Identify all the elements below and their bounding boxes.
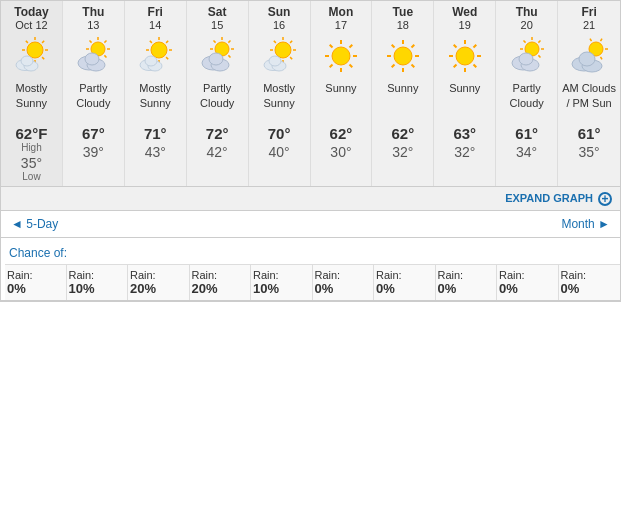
rain-label-6: Rain:	[376, 269, 433, 281]
svg-line-32	[166, 41, 168, 43]
condition-0: Mostly Sunny	[3, 81, 60, 117]
rain-value-4: 10%	[253, 281, 310, 296]
rain-value-8: 0%	[499, 281, 556, 296]
svg-line-86	[473, 45, 476, 48]
day-col-3: Sat 15 Partly Cloudy 72° 42°	[187, 1, 249, 186]
day-name-9: Fri	[560, 5, 618, 19]
weather-icon-4	[258, 35, 300, 77]
svg-line-73	[392, 65, 395, 68]
chance-label: Chance of:	[5, 242, 620, 264]
high-temp-8: 61°	[498, 125, 555, 142]
weather-icon-3	[196, 35, 238, 77]
day-name-3: Sat	[189, 5, 246, 19]
day-date-4: 16	[251, 19, 308, 31]
condition-7: Sunny	[436, 81, 493, 117]
rain-value-2: 20%	[130, 281, 187, 296]
rain-label-1: Rain:	[69, 269, 126, 281]
day-col-5: Mon 17 Sunny 62° 30°	[311, 1, 373, 186]
day-name-8: Thu	[498, 5, 555, 19]
high-temp-6: 62°	[374, 125, 431, 142]
high-temp-3: 72°	[189, 125, 246, 142]
rain-value-5: 0%	[315, 281, 372, 296]
chance-grid: Rain: 0% Rain: 10% Rain: 20% Rain: 20% R…	[5, 264, 620, 300]
svg-line-42	[214, 41, 216, 43]
svg-line-56	[290, 41, 292, 43]
chance-col-7: Rain: 0%	[436, 264, 498, 300]
svg-line-84	[453, 45, 456, 48]
svg-line-101	[601, 57, 603, 60]
low-temp-7: 32°	[436, 144, 493, 160]
low-label-0: Low	[3, 171, 60, 182]
svg-line-103	[590, 39, 592, 42]
svg-line-38	[229, 56, 231, 58]
condition-4: Mostly Sunny	[251, 81, 308, 117]
chance-col-4: Rain: 10%	[251, 264, 313, 300]
day-name-4: Sun	[251, 5, 308, 19]
nav-bar: ◄ 5-Day Month ►	[1, 211, 620, 238]
svg-line-18	[90, 41, 92, 43]
svg-line-93	[523, 41, 525, 43]
low-temp-8: 34°	[498, 144, 555, 160]
day-name-2: Fri	[127, 5, 184, 19]
expand-graph-label: EXPAND GRAPH	[505, 192, 593, 204]
rain-value-1: 10%	[69, 281, 126, 296]
condition-9: AM Clouds / PM Sun	[560, 81, 618, 117]
high-temp-5: 62°	[313, 125, 370, 142]
chance-col-6: Rain: 0%	[374, 264, 436, 300]
day-col-6: Tue 18 Sunny 62° 32°	[372, 1, 434, 186]
forecast-grid: Today Oct 12 Mostly Sunny 62°F High 35° …	[1, 1, 620, 187]
chance-section: Chance of: Rain: 0% Rain: 10% Rain: 20% …	[1, 238, 620, 301]
svg-point-107	[579, 52, 595, 66]
chance-col-8: Rain: 0%	[497, 264, 559, 300]
svg-point-0	[27, 42, 43, 58]
svg-line-95	[538, 41, 540, 43]
day-date-0: Oct 12	[3, 19, 60, 31]
day-date-8: 20	[498, 19, 555, 31]
rain-value-6: 0%	[376, 281, 433, 296]
low-temp-3: 42°	[189, 144, 246, 160]
svg-line-30	[150, 41, 152, 43]
svg-line-2	[43, 57, 45, 59]
rain-value-3: 20%	[192, 281, 249, 296]
high-temp-9: 61°	[560, 125, 618, 142]
day-date-9: 21	[560, 19, 618, 31]
day-col-8: Thu 20 Partly Cloudy 61° 34°	[496, 1, 558, 186]
nav-5day-button[interactable]: ◄ 5-Day	[11, 217, 58, 231]
day-col-2: Fri 14 Mostly Sunny 71° 43°	[125, 1, 187, 186]
svg-line-54	[274, 41, 276, 43]
svg-point-59	[269, 56, 281, 66]
rain-label-0: Rain:	[7, 269, 64, 281]
day-date-7: 19	[436, 19, 493, 31]
weather-widget: Today Oct 12 Mostly Sunny 62°F High 35° …	[0, 0, 621, 302]
rain-label-9: Rain:	[561, 269, 619, 281]
low-temp-4: 40°	[251, 144, 308, 160]
high-temp-7: 63°	[436, 125, 493, 142]
svg-point-78	[456, 47, 474, 65]
svg-line-26	[166, 57, 168, 59]
low-temp-1: 39°	[65, 144, 122, 160]
condition-6: Sunny	[374, 81, 431, 117]
day-date-1: 13	[65, 19, 122, 31]
rain-value-7: 0%	[438, 281, 495, 296]
svg-line-77	[411, 45, 414, 48]
condition-1: Partly Cloudy	[65, 81, 122, 117]
day-date-6: 18	[374, 19, 431, 31]
rain-value-9: 0%	[561, 281, 619, 296]
day-col-4: Sun 16 Mostly Sunny 70° 40°	[249, 1, 311, 186]
weather-icon-2	[134, 35, 176, 77]
condition-8: Partly Cloudy	[498, 81, 555, 117]
day-col-9: Fri 21 AM Clouds / PM Sun 61° 35°	[558, 1, 620, 186]
low-temp-5: 30°	[313, 144, 370, 160]
rain-label-8: Rain:	[499, 269, 556, 281]
svg-line-71	[411, 65, 414, 68]
high-label-0: High	[3, 142, 60, 153]
svg-line-82	[453, 65, 456, 68]
svg-line-75	[392, 45, 395, 48]
chance-col-2: Rain: 20%	[128, 264, 190, 300]
condition-3: Partly Cloudy	[189, 81, 246, 117]
day-col-0: Today Oct 12 Mostly Sunny 62°F High 35° …	[1, 1, 63, 186]
svg-line-64	[330, 65, 333, 68]
nav-month-button[interactable]: Month ►	[561, 217, 610, 231]
high-temp-4: 70°	[251, 125, 308, 142]
expand-graph-button[interactable]: EXPAND GRAPH +	[505, 192, 612, 204]
